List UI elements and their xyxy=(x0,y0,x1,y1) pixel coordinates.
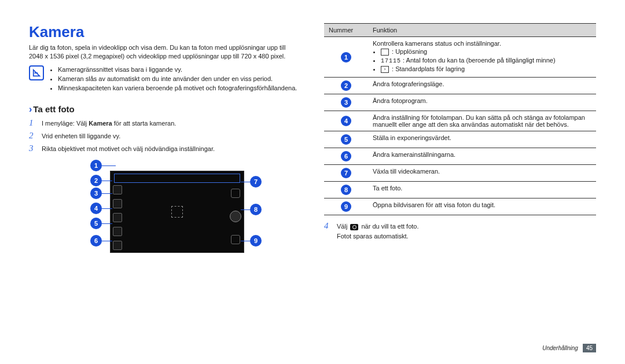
resolution-icon xyxy=(381,49,389,56)
table-row: 1 Kontrollera kamerans status och instäl… xyxy=(324,37,596,78)
row-badge: 2 xyxy=(341,80,351,91)
page-footer: Underhållning 45 xyxy=(542,344,596,352)
step-number: 4 xyxy=(324,220,332,231)
table-row: 3 Ändra fotoprogram. xyxy=(324,94,596,111)
section-heading-text: Ta ett foto xyxy=(33,104,74,114)
row-desc: Växla till videokameran. xyxy=(368,165,596,182)
row-badge: 4 xyxy=(341,116,351,126)
info-icon xyxy=(29,65,44,80)
flash-icon xyxy=(113,213,122,222)
step-number: 2 xyxy=(29,130,37,141)
step-text: I menyläge: Välj Kamera för att starta k… xyxy=(42,119,176,128)
mode-icon xyxy=(113,185,122,194)
focus-box xyxy=(171,206,183,218)
col-header-function: Funktion xyxy=(368,24,596,37)
switch-video-icon xyxy=(231,189,240,198)
exposure-icon xyxy=(113,227,122,236)
callout-7: 7 xyxy=(250,176,262,187)
left-icon-column xyxy=(113,185,122,250)
left-column: Kamera Lär dig ta foton, spela in videok… xyxy=(29,23,301,347)
row-desc: Ta ett foto. xyxy=(368,182,596,198)
camera-icon xyxy=(350,224,358,230)
callout-1: 1 xyxy=(90,160,102,171)
callout-4: 4 xyxy=(90,203,102,214)
step-note: Fotot sparas automatiskt. xyxy=(337,232,419,241)
table-row: 5 Ställa in exponeringsvärdet. xyxy=(324,131,596,148)
chevron-icon: › xyxy=(29,104,32,114)
col-header-number: Nummer xyxy=(324,24,368,37)
row-desc: Ändra kamerainställningarna. xyxy=(368,148,596,165)
note-item: Kameragränssnittet visas bara i liggande… xyxy=(58,65,297,73)
shots-remaining: 17115 xyxy=(381,58,401,64)
table-header-row: Nummer Funktion xyxy=(324,24,596,37)
row-badge: 6 xyxy=(341,151,351,161)
step-4: 4 Välj när du vill ta ett foto. Fotot sp… xyxy=(324,220,596,241)
page-title: Kamera xyxy=(29,23,301,41)
row-badge: 9 xyxy=(341,201,351,212)
row-badge: 7 xyxy=(341,168,351,178)
steps-list-continued: 4 Välj när du vill ta ett foto. Fotot sp… xyxy=(324,220,596,242)
callout-9: 9 xyxy=(250,235,262,247)
row-desc: Kontrollera kamerans status och inställn… xyxy=(368,37,596,78)
table-row: 6 Ändra kamerainställningarna. xyxy=(324,148,596,165)
shutter-icon xyxy=(230,211,241,222)
note-list: Kameragränssnittet visas bara i liggande… xyxy=(49,65,297,94)
table-row: 2 Ändra fotograferingsläge. xyxy=(324,78,596,94)
row-badge: 1 xyxy=(341,52,351,62)
callout-3: 3 xyxy=(90,187,102,199)
section-heading: ›Ta ett foto xyxy=(29,104,301,115)
row-desc: Ändra fotograferingsläge. xyxy=(368,78,596,94)
callout-5: 5 xyxy=(90,218,102,229)
step-text: Välj när du vill ta ett foto. Fotot spar… xyxy=(337,222,419,241)
page-number: 45 xyxy=(583,344,596,352)
table-row: 7 Växla till videokameran. xyxy=(324,165,596,182)
note-item: Kameran slås av automatiskt om du inte a… xyxy=(58,75,297,83)
right-column: Nummer Funktion 1 Kontrollera kamerans s… xyxy=(324,23,596,347)
settings-icon xyxy=(113,241,122,250)
step-3: 3 Rikta objektivet mot motivet och välj … xyxy=(29,142,301,154)
step-text: Rikta objektivet mot motivet och välj nö… xyxy=(42,145,215,153)
note-item: Minneskapaciteten kan variera beroende p… xyxy=(58,84,297,92)
step-number: 3 xyxy=(29,142,37,154)
note-block: Kameragränssnittet visas bara i liggande… xyxy=(29,65,301,94)
table-row: 9 Öppna bildvisaren för att visa foton d… xyxy=(324,198,596,215)
status-bar-region xyxy=(114,174,240,183)
storage-icon: › xyxy=(381,66,389,73)
step-1: 1 I menyläge: Välj Kamera för att starta… xyxy=(29,117,301,128)
row-desc: Öppna bildvisaren för att visa foton du … xyxy=(368,198,596,215)
camera-diagram: 1 2 3 4 5 6 7 8 9 xyxy=(69,162,260,260)
step-2: 2 Vrid enheten till liggande vy. xyxy=(29,130,301,141)
step-text: Vrid enheten till liggande vy. xyxy=(42,132,120,141)
camera-screen xyxy=(110,171,244,253)
row-desc: Ställa in exponeringsvärdet. xyxy=(368,131,596,148)
callout-2: 2 xyxy=(90,175,102,186)
intro-text: Lär dig ta foton, spela in videoklipp oc… xyxy=(29,43,301,61)
function-table: Nummer Funktion 1 Kontrollera kamerans s… xyxy=(324,23,596,215)
row-badge: 3 xyxy=(341,97,351,108)
footer-section: Underhållning xyxy=(542,345,578,351)
row-desc: Ändra inställning för fotolampan. Du kan… xyxy=(368,111,596,131)
callout-6: 6 xyxy=(90,235,102,247)
scene-icon xyxy=(113,199,122,208)
right-icon-column xyxy=(230,189,241,244)
step-number: 1 xyxy=(29,117,37,128)
callout-8: 8 xyxy=(250,204,262,215)
gallery-icon xyxy=(231,235,240,244)
table-row: 4 Ändra inställning för fotolampan. Du k… xyxy=(324,111,596,131)
row-desc: Ändra fotoprogram. xyxy=(368,94,596,111)
table-row: 8 Ta ett foto. xyxy=(324,182,596,198)
steps-list: 1 I menyläge: Välj Kamera för att starta… xyxy=(29,117,301,156)
row-badge: 5 xyxy=(341,134,351,145)
row-badge: 8 xyxy=(341,185,351,195)
